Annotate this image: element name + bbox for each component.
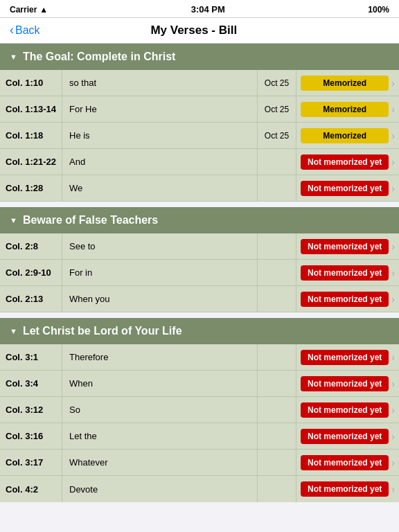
verse-ref: Col. 1:13-14 [0,96,62,122]
row-chevron-icon: › [391,78,395,89]
table-row[interactable]: Col. 4:2 Devote Not memorized yet › [0,476,399,502]
table-row[interactable]: Col. 3:17 Whatever Not memorized yet › [0,450,399,476]
row-chevron-icon: › [391,267,395,278]
verse-snippet: Let the [62,423,258,449]
status-badge: Memorized [301,102,389,117]
main-content: ▼The Goal: Complete in Christ Col. 1:10 … [0,44,399,502]
status-badge: Not memorized yet [301,181,389,196]
status-bar: Carrier ▲ 3:04 PM 100% [0,0,399,18]
table-row[interactable]: Col. 2:8 See to Not memorized yet › [0,233,399,260]
table-row[interactable]: Col. 1:21-22 And Not memorized yet › [0,149,399,175]
row-chevron-icon: › [391,183,395,194]
row-chevron-icon: › [391,457,395,468]
row-chevron-icon: › [391,484,395,495]
verse-snippet: When you [62,286,258,312]
verse-ref: Col. 3:12 [0,397,62,423]
verse-date: Oct 25 [258,123,296,148]
verse-ref: Col. 1:10 [0,70,62,96]
table-row[interactable]: Col. 2:13 When you Not memorized yet › [0,286,399,312]
row-chevron-icon: › [391,294,395,305]
verse-ref: Col. 2:8 [0,233,62,259]
verse-date [258,397,296,423]
verse-date: Oct 25 [258,96,296,122]
status-badge: Not memorized yet [301,455,389,470]
table-row[interactable]: Col. 3:16 Let the Not memorized yet › [0,423,399,450]
section-header-3[interactable]: ▼Let Christ be Lord of Your Life [0,318,399,344]
battery-label: 100% [368,5,389,15]
verse-status-cell[interactable]: Not memorized yet › [296,476,399,502]
back-label: Back [15,24,40,37]
verse-status-cell[interactable]: Not memorized yet › [296,397,399,423]
carrier-label: Carrier [10,5,37,15]
verse-ref: Col. 4:2 [0,476,62,502]
table-row[interactable]: Col. 2:9-10 For in Not memorized yet › [0,260,399,286]
status-badge: Not memorized yet [301,350,389,365]
verse-status-cell[interactable]: Not memorized yet › [296,371,399,396]
verse-ref: Col. 3:1 [0,344,62,370]
table-row[interactable]: Col. 3:4 When Not memorized yet › [0,371,399,397]
verse-date [258,175,296,201]
table-row[interactable]: Col. 1:10 so that Oct 25 Memorized › [0,70,399,96]
wifi-icon: ▲ [39,5,48,15]
table-row[interactable]: Col. 1:28 We Not memorized yet › [0,175,399,202]
verse-snippet: We [62,175,258,201]
verse-date: Oct 25 [258,70,296,96]
verse-date [258,149,296,175]
verse-status-cell[interactable]: Memorized › [296,70,399,96]
row-chevron-icon: › [391,241,395,252]
verse-date [258,260,296,285]
section-title: Let Christ be Lord of Your Life [23,325,182,337]
status-badge: Not memorized yet [301,481,389,497]
verse-status-cell[interactable]: Not memorized yet › [296,175,399,201]
section-title: Beware of False Teachers [23,214,158,227]
verse-snippet: He is [62,123,258,148]
verse-date [258,233,296,259]
section-arrow-icon: ▼ [10,327,17,335]
verse-status-cell[interactable]: Not memorized yet › [296,286,399,312]
status-badge: Not memorized yet [301,402,389,418]
table-row[interactable]: Col. 3:12 So Not memorized yet › [0,397,399,423]
verse-status-cell[interactable]: Not memorized yet › [296,260,399,285]
page-title: My Verses - Bill [40,24,348,37]
status-badge: Not memorized yet [301,265,389,281]
table-row[interactable]: Col. 3:1 Therefore Not memorized yet › [0,344,399,371]
verse-status-cell[interactable]: Not memorized yet › [296,450,399,475]
section-gap [0,202,399,207]
status-time: 3:04 PM [191,4,225,15]
verse-snippet: And [62,149,258,175]
verse-status-cell[interactable]: Not memorized yet › [296,149,399,175]
row-chevron-icon: › [391,378,395,389]
verse-date [258,476,296,502]
verse-date [258,450,296,475]
verse-ref: Col. 3:4 [0,371,62,396]
section-title: The Goal: Complete in Christ [23,51,175,63]
section-header-1[interactable]: ▼The Goal: Complete in Christ [0,44,399,70]
verse-status-cell[interactable]: Memorized › [296,96,399,122]
verse-ref: Col. 1:21-22 [0,149,62,175]
table-row[interactable]: Col. 1:18 He is Oct 25 Memorized › [0,123,399,149]
status-badge: Not memorized yet [301,429,389,444]
back-button[interactable]: ‹ Back [10,24,40,37]
section-arrow-icon: ▼ [10,53,17,61]
verse-status-cell[interactable]: Not memorized yet › [296,233,399,259]
section-gap [0,312,399,318]
verse-snippet: Devote [62,476,258,502]
verse-status-cell[interactable]: Not memorized yet › [296,423,399,449]
verse-snippet: For in [62,260,258,285]
section-arrow-icon: ▼ [10,216,17,224]
verse-snippet: so that [62,70,258,96]
verse-ref: Col. 1:28 [0,175,62,201]
section-header-2[interactable]: ▼Beware of False Teachers [0,207,399,233]
verse-snippet: So [62,397,258,423]
verse-ref: Col. 1:18 [0,123,62,148]
row-chevron-icon: › [391,157,395,168]
status-badge: Memorized [301,76,389,91]
status-left: Carrier ▲ [10,5,48,15]
table-row[interactable]: Col. 1:13-14 For He Oct 25 Memorized › [0,96,399,123]
verse-status-cell[interactable]: Memorized › [296,123,399,148]
row-chevron-icon: › [391,104,395,115]
verse-ref: Col. 2:9-10 [0,260,62,285]
verse-snippet: For He [62,96,258,122]
status-badge: Not memorized yet [301,376,389,391]
verse-status-cell[interactable]: Not memorized yet › [296,344,399,370]
